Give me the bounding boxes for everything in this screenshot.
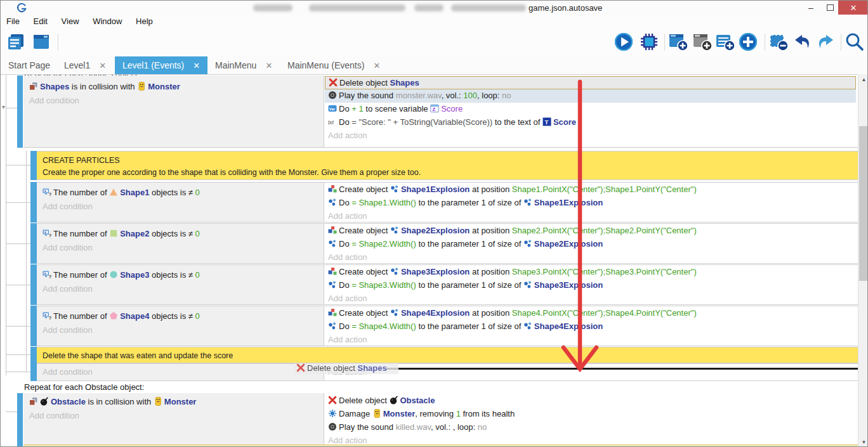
action-row[interactable]: Create object Shape4Explosion at positio… [325,307,856,320]
text-segment: Shapes [358,363,387,373]
comment-block[interactable]: CREATE PARTICLESCreate the proper one ac… [37,151,858,180]
vertical-scrollbar[interactable]: ▲ ▼ [858,74,868,447]
toolbar [1,29,867,56]
add-condition-button[interactable]: Add condition [39,283,319,296]
particles-icon [328,239,337,248]
title-bar: game.json.autosave – ✕ [1,1,867,15]
menu-edit[interactable]: Edit [28,15,53,28]
tab-mainmenu-events[interactable]: MainMenu (Events)✕ [280,56,388,74]
drag-ghost[interactable]: Delete object Shapes [294,363,398,374]
particles-icon [328,321,337,330]
add-condition-button[interactable]: Add condition [39,200,319,214]
tab-close-icon[interactable]: ✕ [99,61,106,70]
collapse-arrow-icon[interactable]: ▾ [2,104,10,110]
menu-window[interactable]: Window [87,15,128,28]
action-row[interactable]: Do = Shape4.Width() to the parameter 1 o… [325,320,856,334]
action-row[interactable]: Do = Shape2.Width() to the parameter 1 o… [325,238,856,251]
text-segment: Shape1Explosion [534,198,603,207]
text-segment: 0 [195,188,200,197]
tab-start-page[interactable]: Start Page [1,56,58,74]
add-subevent-icon[interactable] [692,32,713,52]
action-row[interactable]: txtDo = "Score: " + ToString(Variable(Sc… [325,116,856,129]
action-row[interactable]: Create object Shape3Explosion at positio… [325,266,856,279]
add-action-button[interactable]: Add action [325,251,856,264]
tab-level1[interactable]: Level1✕ [56,56,114,74]
menu-view[interactable]: View [56,15,85,28]
tab-bar: Start Page Level1✕ Level1 (Events)✕ Main… [1,56,867,74]
window-title: game.json.autosave [529,3,602,13]
action-row[interactable]: Delete object Obstacle [325,394,856,408]
events-list-icon[interactable] [6,32,26,52]
close-icon[interactable]: ✕ [838,1,868,15]
add-action-button[interactable]: Add action [325,210,856,223]
add-condition-button[interactable]: Add condition [39,242,319,255]
text-segment: Delete object [307,363,358,373]
gdevelop-window: game.json.autosave – ✕ File Edit View Wi… [0,0,868,447]
search-icon[interactable] [845,32,865,52]
debug-icon[interactable] [639,32,659,52]
event-indent-bar [30,182,37,223]
text-segment: , removing [415,409,456,418]
scrollbar-thumb[interactable] [859,126,868,281]
add-condition-button[interactable]: Add condition [26,94,318,108]
text-segment: Shape3Explosion [401,267,470,276]
add-event-icon[interactable] [668,32,688,52]
play-icon[interactable] [614,32,634,52]
add-comment-icon[interactable] [715,32,735,52]
tab-level1-events[interactable]: Level1 (Events)✕ [115,56,207,74]
text-segment: to the parameter 1 of size of [416,321,523,331]
shape2-icon [109,229,118,238]
repeat-event-header[interactable]: Repeat for each Obstacle object: [24,382,291,392]
redo-icon[interactable] [815,32,836,52]
action-row[interactable]: Play the sound monster.wav, vol.: 100, l… [325,89,856,103]
redacted-title-text [309,4,405,11]
scene-editor-icon[interactable] [31,32,51,52]
actions-panel: Create object Shape4Explosion at positio… [324,306,858,346]
menu-help[interactable]: Help [130,15,159,28]
condition-row[interactable]: Shapes is in collision with Monster [26,81,318,94]
tab-close-icon[interactable]: ✕ [373,61,380,70]
undo-icon[interactable] [792,32,813,52]
condition-row[interactable]: x?The number of Shape1 objects is ≠ 0 [39,186,319,200]
add-more-icon[interactable] [738,32,758,52]
count-icon: x? [43,270,51,279]
scroll-down-icon[interactable]: ▼ [858,437,868,447]
condition-row[interactable]: x?The number of Shape3 objects is ≠ 0 [39,269,319,282]
action-row[interactable]: Create object Shape2Explosion at positio… [325,224,856,238]
condition-row[interactable]: x?The number of Shape4 objects is ≠ 0 [39,310,319,323]
add-condition-button[interactable]: Add condition [39,366,319,379]
particles-icon [328,198,337,207]
tab-close-icon[interactable]: ✕ [193,61,200,70]
add-action-button[interactable]: Add action [325,334,856,347]
restore-icon[interactable] [820,1,839,15]
tab-mainmenu[interactable]: MainMenu✕ [207,56,280,74]
add-condition-button[interactable]: Add condition [26,410,318,423]
action-row[interactable]: Create object Shape1Explosion at positio… [325,183,856,197]
condition-row[interactable]: Obstacle is in collision with Monster [26,396,318,409]
text-segment: = Shape3.Width() [352,280,416,290]
svg-text:Var: Var [329,107,336,111]
add-action-button[interactable]: Add action [325,292,856,306]
tab-close-icon[interactable]: ✕ [265,61,272,70]
action-row[interactable]: Damage Monster, removing 1 from its heal… [325,408,856,421]
text-segment: Play the sound [339,422,396,432]
menu-file[interactable]: File [1,15,25,28]
var-icon: Var [328,104,337,113]
text-segment: The number of [53,311,109,321]
condition-row[interactable]: x?The number of Shape2 objects is ≠ 0 [39,228,319,241]
text-segment: Add action [328,436,367,445]
action-row[interactable]: Do = Shape1.Width() to the parameter 1 o… [325,197,856,210]
remove-selection-icon[interactable] [768,32,789,52]
text-segment: Add condition [43,202,93,211]
action-row[interactable]: VarDo + 1 to scene variable ZScore [325,103,856,116]
action-row[interactable]: Play the sound killed.wav, vol.: , loop:… [325,421,856,434]
action-row[interactable]: Do = Shape3.Width() to the parameter 1 o… [325,279,856,292]
comment-block[interactable]: Delete the shape that was eaten and upda… [37,347,858,363]
add-action-button[interactable]: Add action [325,129,856,143]
action-row-selected[interactable]: Delete object Shapes [325,76,856,89]
minimize-icon[interactable]: – [801,1,820,15]
text-segment: from its health [461,409,515,418]
scroll-up-icon[interactable]: ▲ [858,74,868,85]
comment-block-clipped[interactable] [23,444,858,447]
add-condition-button[interactable]: Add condition [39,324,319,337]
